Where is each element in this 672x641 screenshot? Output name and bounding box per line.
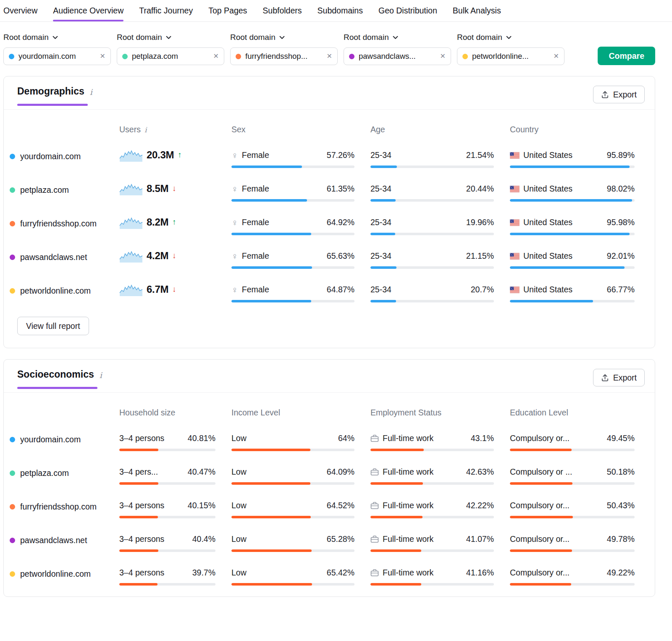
users-cell: 20.3M ↑ — [119, 148, 231, 162]
household-label: 3–4 persons — [119, 568, 164, 578]
employment-bar — [370, 449, 494, 451]
employment-value: 41.16% — [466, 568, 494, 578]
table-row: petworldonline.com 6.7M ↓ ♀ Female 64.87… — [4, 285, 655, 302]
close-icon[interactable]: ✕ — [440, 53, 446, 60]
income-label: Low — [231, 534, 247, 544]
domain-color-dot — [10, 538, 15, 543]
tab-top-pages[interactable]: Top Pages — [208, 0, 247, 21]
household-size-cell: 3–4 pers... 40.47% — [119, 467, 231, 485]
demographics-header: Demographics i Export — [4, 76, 655, 110]
sex-label: Female — [242, 251, 269, 261]
education-value: 49.45% — [607, 433, 635, 443]
female-icon: ♀ — [231, 151, 238, 160]
domain-color-dot — [10, 437, 15, 442]
education-value: 50.43% — [607, 501, 635, 510]
income-level-cell: Low 64.09% — [231, 467, 370, 485]
root-domain-dropdown[interactable]: Root domain — [457, 33, 564, 42]
domain-chip[interactable]: petplaza.com ✕ — [117, 47, 224, 65]
domain-color-dot — [10, 571, 15, 577]
trend-arrow-icon: ↑ — [172, 218, 176, 227]
briefcase-icon — [370, 535, 379, 543]
country-bar — [510, 166, 635, 168]
tab-subfolders[interactable]: Subfolders — [262, 0, 302, 21]
household-value: 40.4% — [192, 534, 215, 544]
column-header-age: Age — [370, 125, 510, 134]
country-bar — [510, 199, 635, 202]
domain-label: petplaza.com — [10, 184, 119, 195]
sex-cell: ♀ Female 64.87% — [231, 285, 370, 302]
export-button-label: Export — [613, 90, 637, 100]
employment-status-cell: Full-time work 41.16% — [370, 568, 510, 586]
us-flag-icon — [510, 152, 520, 159]
domain-chip[interactable]: pawsandclaws... ✕ — [344, 47, 451, 65]
socioeconomics-column-headers: Household size Income Level Employment S… — [4, 408, 655, 418]
chevron-down-icon — [279, 36, 285, 39]
education-label: Compulsory or... — [510, 534, 570, 544]
age-label: 25-34 — [370, 150, 391, 160]
domain-name: petplaza.com — [20, 468, 69, 478]
domain-chip[interactable]: yourdomain.com ✕ — [3, 47, 111, 65]
export-button[interactable]: Export — [593, 86, 645, 103]
female-icon: ♀ — [231, 285, 238, 294]
education-value: 49.78% — [607, 534, 635, 544]
tab-audience-overview[interactable]: Audience Overview — [53, 0, 123, 21]
tab-subdomains[interactable]: Subdomains — [318, 0, 363, 21]
chevron-down-icon — [52, 36, 58, 39]
close-icon[interactable]: ✕ — [100, 53, 105, 60]
country-cell: United States 92.01% — [510, 251, 635, 269]
sex-value: 64.92% — [327, 218, 354, 227]
close-icon[interactable]: ✕ — [554, 53, 559, 60]
export-button[interactable]: Export — [593, 369, 645, 386]
income-bar — [231, 549, 354, 552]
employment-value: 42.63% — [466, 467, 494, 477]
domain-color-dot — [236, 54, 241, 59]
tab-bulk-analysis[interactable]: Bulk Analysis — [453, 0, 501, 21]
education-label: Compulsory or ... — [510, 467, 572, 477]
us-flag-icon — [510, 253, 520, 260]
root-domain-label: Root domain — [457, 33, 502, 42]
tab-traffic-journey[interactable]: Traffic Journey — [139, 0, 193, 21]
domain-name: petworldonline.com — [20, 286, 91, 296]
close-icon[interactable]: ✕ — [213, 53, 219, 60]
education-bar — [510, 449, 635, 451]
info-icon[interactable]: i — [90, 87, 92, 97]
sex-value: 64.87% — [327, 285, 354, 294]
tab-geo-distribution[interactable]: Geo Distribution — [378, 0, 437, 21]
table-row: pawsandclaws.net 4.2M ↓ ♀ Female 65.63% — [4, 251, 655, 269]
education-label: Compulsory or... — [510, 433, 570, 443]
household-value: 40.47% — [188, 467, 215, 477]
domain-name: pawsandclaws.net — [20, 536, 87, 545]
root-domain-dropdown[interactable]: Root domain — [3, 33, 111, 42]
domain-label: petworldonline.com — [10, 285, 119, 296]
income-value: 64.09% — [327, 467, 354, 477]
root-domain-dropdown[interactable]: Root domain — [117, 33, 224, 42]
demographics-column-headers: Users i Sex Age Country — [4, 125, 655, 134]
info-icon[interactable]: i — [100, 370, 102, 380]
domain-color-dot — [462, 54, 468, 59]
compare-button[interactable]: Compare — [598, 47, 655, 65]
household-bar — [119, 482, 215, 485]
domain-color-dot — [10, 187, 15, 193]
domain-chip[interactable]: furryfriendsshop... ✕ — [230, 47, 338, 65]
tab-overview[interactable]: Overview — [3, 0, 37, 21]
domain-chip[interactable]: petworldonline... ✕ — [457, 47, 564, 65]
sex-label: Female — [242, 150, 269, 160]
domain-color-dot — [10, 470, 15, 476]
table-row: furryfriendsshop.com 8.2M ↑ ♀ Female 64.… — [4, 218, 655, 235]
education-bar — [510, 482, 635, 485]
root-domain-dropdown[interactable]: Root domain — [230, 33, 338, 42]
root-domain-dropdown[interactable]: Root domain — [344, 33, 451, 42]
info-icon[interactable]: i — [144, 126, 147, 134]
close-icon[interactable]: ✕ — [327, 53, 332, 60]
education-bar — [510, 549, 635, 552]
section-title-demographics: Demographics — [17, 86, 84, 105]
female-icon: ♀ — [231, 252, 238, 260]
household-label: 3–4 persons — [119, 501, 164, 510]
table-row: furryfriendsshop.com 3–4 persons 40.15% … — [4, 501, 655, 518]
sex-cell: ♀ Female 65.63% — [231, 251, 370, 269]
age-bar — [370, 233, 494, 235]
view-full-report-button[interactable]: View full report — [17, 317, 89, 335]
domain-label: petworldonline.com — [10, 568, 119, 579]
domain-chip-label: petworldonline... — [472, 52, 549, 61]
users-cell: 8.5M ↓ — [119, 181, 231, 196]
